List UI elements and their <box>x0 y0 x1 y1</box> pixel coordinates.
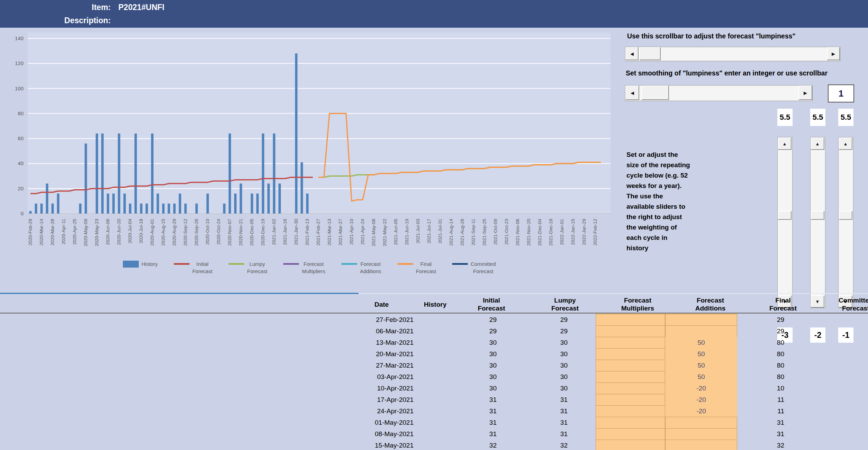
cell-committed <box>806 348 858 360</box>
history-bar <box>295 53 298 214</box>
svg-text:2020-Oct-24: 2020-Oct-24 <box>216 219 221 245</box>
legend-item: Final Forecast <box>397 260 436 275</box>
scroll-right-arrow-icon[interactable]: ▶ <box>798 86 812 100</box>
cell-additions[interactable] <box>665 428 737 429</box>
cell-additions[interactable] <box>665 417 737 417</box>
cycle-weight-slider-2[interactable]: ▲ ▼ <box>810 137 825 308</box>
cell-additions[interactable]: 50 <box>665 360 737 371</box>
cycle-weight-slider-3[interactable]: ▲ ▼ <box>838 137 853 308</box>
svg-text:2021-Dec-18: 2021-Dec-18 <box>548 219 553 246</box>
cell-additions[interactable]: -20 <box>665 405 737 417</box>
svg-text:2020-May-09: 2020-May-09 <box>83 219 88 246</box>
cell-additions[interactable]: -20 <box>665 394 737 406</box>
cell-initial: 30 <box>457 348 497 360</box>
column-header-initial: Initial Forecast <box>460 296 523 312</box>
cell-additions[interactable] <box>665 440 737 440</box>
smoothing-scrollbar-thumb[interactable] <box>641 86 669 100</box>
cell-multipliers[interactable] <box>596 405 665 406</box>
cell-multipliers[interactable] <box>596 417 665 417</box>
cell-final: 80 <box>738 348 784 360</box>
cell-lumpy: 29 <box>528 314 568 325</box>
cell-additions[interactable] <box>665 314 737 314</box>
slider-thumb[interactable] <box>839 211 852 220</box>
cell-additions[interactable]: 50 <box>665 348 737 360</box>
cell-final: 31 <box>738 417 784 428</box>
scroll-up-arrow-icon[interactable]: ▲ <box>811 137 824 150</box>
cell-multipliers[interactable] <box>596 394 665 394</box>
slider-thumb[interactable] <box>811 211 824 220</box>
chart-legend: HistoryInitial ForecastLumpy ForecastFor… <box>123 260 500 281</box>
cell-multipliers[interactable] <box>596 325 665 326</box>
history-bar <box>112 194 115 214</box>
cycle-weight-slider-1[interactable]: ▲ ▼ <box>777 137 793 308</box>
scroll-left-arrow-icon[interactable]: ◀ <box>625 86 639 100</box>
scroll-up-arrow-icon[interactable]: ▲ <box>839 137 852 150</box>
svg-text:2022-Feb-12: 2022-Feb-12 <box>593 219 598 245</box>
history-bar <box>229 134 231 214</box>
section-divider-blue <box>0 293 359 294</box>
cell-lumpy: 30 <box>528 337 568 348</box>
svg-text:2020-Sep-26: 2020-Sep-26 <box>194 219 199 246</box>
history-bar <box>140 204 143 214</box>
cell-additions[interactable]: 50 <box>665 371 737 383</box>
cell-additions[interactable]: 50 <box>665 337 737 349</box>
forecast-workbook: { "header": { "item_label": "Item:", "it… <box>0 0 868 450</box>
cell-committed <box>806 382 858 394</box>
history-bar <box>85 144 87 214</box>
cell-history <box>415 337 457 348</box>
cell-history <box>415 417 457 428</box>
history-bar <box>184 204 187 214</box>
cell-initial: 31 <box>457 417 497 428</box>
svg-text:2020-Apr-11: 2020-Apr-11 <box>61 219 66 244</box>
slider-thumb[interactable] <box>778 211 792 220</box>
history-bar <box>57 194 60 214</box>
lumpiness-scrollbar[interactable]: ◀ ▶ <box>625 47 840 61</box>
cell-multipliers[interactable] <box>596 428 665 429</box>
cell-initial: 30 <box>457 371 497 382</box>
smoothing-scrollbar[interactable]: ◀ ▶ <box>625 85 813 101</box>
svg-text:2021-Oct-09: 2021-Oct-09 <box>493 219 498 245</box>
cell-final: 80 <box>738 371 784 382</box>
cell-multipliers[interactable] <box>596 371 665 371</box>
svg-text:2021-May-22: 2021-May-22 <box>382 219 387 246</box>
cell-final: 11 <box>738 405 784 417</box>
column-header-multipliers: Forecast Multipliers <box>602 296 673 312</box>
cell-additions[interactable]: -20 <box>665 382 737 394</box>
cell-multipliers[interactable] <box>596 314 665 314</box>
lumpiness-scrollbar-thumb[interactable] <box>639 47 661 60</box>
cell-additions[interactable] <box>665 325 737 326</box>
scroll-left-arrow-icon[interactable]: ◀ <box>625 47 639 60</box>
cell-multipliers[interactable] <box>596 360 665 360</box>
cell-committed <box>806 337 858 348</box>
cell-lumpy: 30 <box>528 360 568 371</box>
cell-committed <box>806 394 858 405</box>
cell-multipliers[interactable] <box>596 440 665 440</box>
legend-swatch-icon <box>174 263 190 265</box>
cell-history <box>415 428 457 440</box>
cell-initial: 30 <box>457 382 497 394</box>
svg-text:2021-Nov-20: 2021-Nov-20 <box>526 219 531 246</box>
history-bar <box>162 204 165 214</box>
scroll-right-arrow-icon[interactable]: ▶ <box>827 47 840 60</box>
history-bar <box>173 204 176 214</box>
cell-multipliers[interactable] <box>596 337 665 337</box>
cell-date: 10-Apr-2021 <box>356 382 414 394</box>
legend-item: Forecast Multipliers <box>283 260 325 275</box>
cell-multipliers[interactable] <box>596 382 665 383</box>
cell-committed <box>806 314 858 325</box>
smoothing-value-input[interactable]: 1 <box>828 84 854 102</box>
cell-multipliers[interactable] <box>596 348 665 349</box>
legend-swatch-icon <box>452 263 468 265</box>
cell-committed <box>806 417 858 428</box>
history-bar <box>251 194 253 214</box>
table-header-underline <box>0 313 868 314</box>
item-value: P2021#UNFI <box>118 3 164 12</box>
legend-label: Lumpy Forecast <box>247 260 267 275</box>
column-header-date: Date <box>356 296 407 312</box>
column-header-final: Final Forecast <box>751 296 815 312</box>
svg-text:80: 80 <box>18 110 24 116</box>
scroll-up-arrow-icon[interactable]: ▲ <box>778 137 792 150</box>
cell-history <box>415 371 457 382</box>
svg-text:2022-Jan-01: 2022-Jan-01 <box>559 219 564 245</box>
svg-text:2020-May-23: 2020-May-23 <box>94 219 99 246</box>
